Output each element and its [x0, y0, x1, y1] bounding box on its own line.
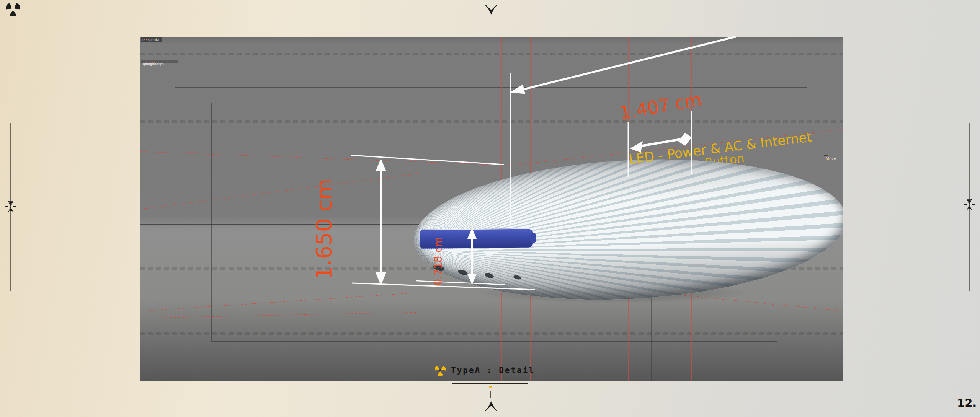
- trefoil-icon: [435, 365, 446, 376]
- top-rule: [411, 19, 570, 19]
- stat-label: Line Strips: [143, 62, 158, 66]
- page: { "page": { "number": "12." }, "caption"…: [0, 0, 980, 417]
- bottom-rule-tick: [490, 391, 491, 398]
- watermark-row: [140, 53, 843, 55]
- caption-text: TypeA : Detail: [451, 366, 535, 375]
- perspective-viewport[interactable]: 1.650 cm 0.718 cm 1.407 cm Power Button …: [140, 37, 843, 381]
- mesh-stats-box: Triangles62701 Quads239993 Lines371 Poin…: [141, 60, 178, 63]
- page-number: 12.: [957, 396, 977, 409]
- move-tool-chip[interactable]: Move+: [824, 155, 828, 156]
- caption: TypeA : Detail: [435, 365, 535, 376]
- dimension-thickness-label: 0.718 cm: [432, 224, 444, 285]
- top-rule-tick: [490, 16, 490, 23]
- center-mark-right-icon: [963, 198, 975, 212]
- red-guide-horizontal: [140, 234, 418, 234]
- stat-value: 0: [143, 62, 145, 66]
- view-mode-chip[interactable]: Perspective: [141, 37, 162, 42]
- move-plus-icon: +: [827, 155, 829, 161]
- center-mark-left-icon: [5, 200, 17, 213]
- chevron-up-icon: [484, 399, 498, 412]
- caption-marker-dot: [489, 386, 492, 388]
- dimension-height-label: 1.650 cm: [311, 161, 336, 280]
- chevron-down-icon: [484, 4, 498, 16]
- caption-underline: [452, 383, 528, 384]
- trefoil-logo-icon: [6, 2, 20, 16]
